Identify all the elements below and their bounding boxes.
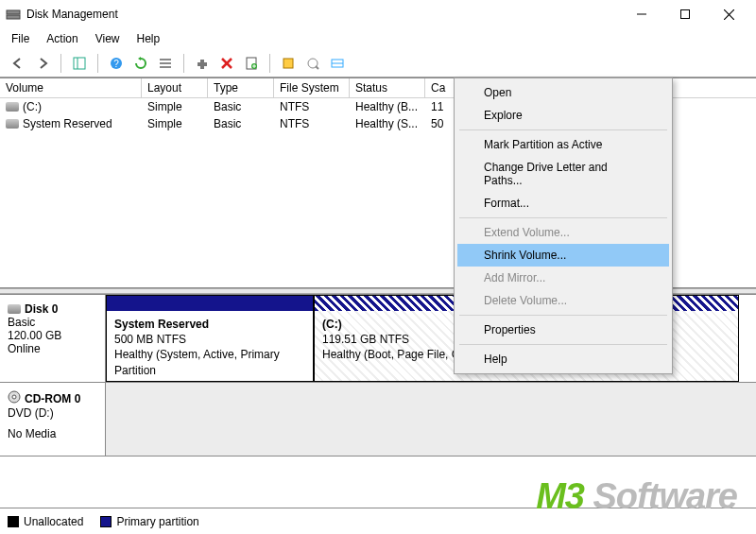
menu-separator <box>459 217 667 218</box>
cdrom-title: CD-ROM 0 <box>25 392 80 405</box>
svg-rect-12 <box>160 66 171 68</box>
disk-size: 120.00 GB <box>8 329 97 342</box>
cd-icon <box>8 390 21 406</box>
watermark: M3 Software <box>536 476 737 517</box>
svg-rect-11 <box>160 62 171 64</box>
col-volume[interactable]: Volume <box>0 78 142 97</box>
settings-button[interactable] <box>192 53 213 74</box>
menu-separator <box>459 315 667 316</box>
menu-separator <box>459 344 667 345</box>
cdrom-type: DVD (D:) <box>8 406 97 420</box>
disk-row-cdrom: CD-ROM 0 DVD (D:) No Media <box>0 383 756 456</box>
help-button[interactable]: ? <box>106 53 127 74</box>
menu-item-explore[interactable]: Explore <box>457 104 669 127</box>
svg-rect-14 <box>200 60 204 69</box>
back-button[interactable] <box>8 53 28 74</box>
disk-type: Basic <box>8 316 97 329</box>
menu-file[interactable]: File <box>4 30 37 47</box>
menubar: File Action View Help <box>0 28 756 49</box>
col-fs[interactable]: File System <box>274 78 350 97</box>
svg-point-25 <box>12 395 16 399</box>
col-layout[interactable]: Layout <box>142 78 208 97</box>
menu-item-mark-partition-as-active[interactable]: Mark Partition as Active <box>457 133 669 156</box>
menu-item-format[interactable]: Format... <box>457 192 669 215</box>
menu-item-extend-volume: Extend Volume... <box>457 221 669 244</box>
svg-line-21 <box>316 66 318 69</box>
list-view-button[interactable] <box>155 53 176 74</box>
show-hide-tree-button[interactable] <box>69 53 90 74</box>
menu-item-change-drive-letter-and-paths[interactable]: Change Drive Letter and Paths... <box>457 156 669 192</box>
legend-primary: Primary partition <box>116 515 198 528</box>
menu-action[interactable]: Action <box>39 30 85 47</box>
menu-item-open[interactable]: Open <box>457 81 669 104</box>
disk-icon <box>8 304 21 314</box>
disk-info: CD-ROM 0 DVD (D:) No Media <box>0 383 106 456</box>
disk-info: Disk 0 Basic 120.00 GB Online <box>0 295 106 382</box>
menu-item-properties[interactable]: Properties <box>457 319 669 341</box>
empty-media[interactable] <box>106 383 756 456</box>
svg-rect-10 <box>160 59 171 60</box>
cdrom-status: No Media <box>8 427 97 440</box>
disk-status: Online <box>8 342 97 355</box>
menu-item-add-mirror: Add Mirror... <box>457 267 669 289</box>
minimize-button[interactable] <box>620 0 663 28</box>
svg-rect-3 <box>681 10 690 19</box>
menu-item-help[interactable]: Help <box>457 348 669 370</box>
svg-rect-0 <box>7 10 20 14</box>
menu-help[interactable]: Help <box>129 30 168 47</box>
menu-separator <box>459 129 667 130</box>
maximize-button[interactable] <box>663 0 707 28</box>
disk-title: Disk 0 <box>25 302 58 316</box>
svg-text:?: ? <box>113 59 119 69</box>
menu-item-shrink-volume[interactable]: Shrink Volume... <box>457 244 669 267</box>
forward-button[interactable] <box>32 53 53 74</box>
legend-unallocated: Unallocated <box>24 515 83 528</box>
svg-rect-19 <box>284 59 293 68</box>
action3-button[interactable] <box>327 53 348 74</box>
toolbar: ? <box>0 49 756 78</box>
properties-button[interactable] <box>241 53 262 74</box>
col-status[interactable]: Status <box>350 78 425 97</box>
partition[interactable]: System Reserved500 MB NTFSHealthy (Syste… <box>106 295 314 382</box>
app-icon <box>6 7 21 22</box>
action1-button[interactable] <box>278 53 299 74</box>
svg-rect-1 <box>7 15 20 19</box>
delete-button[interactable] <box>216 53 237 74</box>
action2-button[interactable] <box>302 53 323 74</box>
col-type[interactable]: Type <box>208 78 274 97</box>
titlebar: Disk Management <box>0 0 756 28</box>
svg-rect-6 <box>74 58 85 69</box>
menu-view[interactable]: View <box>88 30 128 47</box>
window-title: Disk Management <box>26 8 620 21</box>
menu-item-delete-volume: Delete Volume... <box>457 289 669 312</box>
close-button[interactable] <box>707 0 750 28</box>
context-menu: OpenExploreMark Partition as ActiveChang… <box>454 78 673 374</box>
refresh-button[interactable] <box>130 53 151 74</box>
